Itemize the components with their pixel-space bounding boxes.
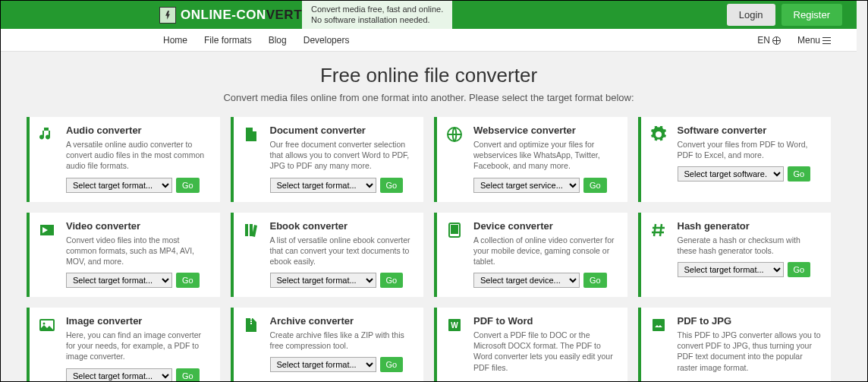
converter-card: Device converter A collection of online … (434, 213, 627, 298)
target-select[interactable]: Select target service... (473, 178, 580, 193)
card-title[interactable]: Hash generator (678, 220, 822, 232)
hash-icon (650, 220, 670, 289)
go-button[interactable]: Go (176, 273, 200, 288)
device-icon (446, 220, 466, 289)
card-description: Here, you can find an image converter fo… (66, 330, 211, 362)
converter-card: Audio converter A versatile online audio… (27, 117, 220, 202)
register-button[interactable]: Register (782, 4, 842, 26)
target-select[interactable]: Select target software... (678, 166, 784, 182)
login-button[interactable]: Login (727, 4, 775, 26)
navbar: Home File formats Blog Developers EN Men… (1, 29, 857, 52)
target-select[interactable]: Select target format... (678, 262, 784, 277)
converter-card: Webservice converter Convert and optimiz… (434, 117, 627, 202)
hamburger-icon (822, 37, 831, 44)
tagline: Convert media free, fast and online. No … (302, 1, 452, 29)
nav-file-formats[interactable]: File formats (204, 35, 252, 46)
card-description: This PDF to JPG converter allows you to … (678, 330, 822, 373)
card-title[interactable]: Image converter (66, 315, 211, 327)
doc-icon (243, 125, 263, 193)
converter-card: Image converter Here, you can find an im… (27, 308, 220, 381)
card-description: Convert video files into the most common… (66, 235, 211, 267)
converter-card: Ebook converter A list of versatile onli… (231, 213, 424, 298)
converter-card: PDF to Word Convert a PDF file to DOC or… (434, 308, 627, 381)
card-title[interactable]: Ebook converter (270, 220, 415, 232)
music-icon (39, 125, 58, 193)
target-select[interactable]: Select target format... (270, 273, 376, 288)
nav-blog[interactable]: Blog (269, 35, 287, 46)
nav-home[interactable]: Home (163, 35, 187, 46)
language-selector[interactable]: EN (757, 35, 781, 46)
hero: Free online file converter Convert media… (1, 52, 857, 117)
card-title[interactable]: PDF to JPG (678, 315, 822, 327)
globe-icon (772, 36, 781, 45)
topbar: ONLINE-CONVERT Convert media free, fast … (1, 1, 857, 29)
card-title[interactable]: PDF to Word (473, 315, 618, 327)
menu-button[interactable]: Menu (797, 35, 846, 46)
converter-grid: Audio converter A versatile online audio… (11, 117, 846, 381)
target-select[interactable]: Select target format... (270, 357, 376, 372)
card-title[interactable]: Software converter (678, 125, 822, 136)
go-button[interactable]: Go (583, 273, 607, 288)
card-description: A collection of online video converter f… (473, 235, 618, 267)
converter-card: PDF to JPG This PDF to JPG converter all… (638, 308, 832, 381)
card-title[interactable]: Webservice converter (473, 125, 618, 136)
card-title[interactable]: Document converter (270, 125, 415, 136)
image-icon (39, 315, 58, 381)
target-select[interactable]: Select target format... (66, 273, 172, 288)
go-button[interactable]: Go (583, 178, 607, 193)
nav-developers[interactable]: Developers (303, 35, 350, 46)
converter-card: Hash generator Generate a hash or checks… (638, 213, 832, 298)
card-description: A versatile online audio converter to co… (66, 139, 211, 172)
converter-card: Archive converter Create archive files l… (231, 308, 424, 381)
books-icon (243, 220, 263, 289)
logo[interactable]: ONLINE-CONVERT (8, 7, 302, 24)
card-description: Convert your files from PDF to Word, PDF… (678, 139, 822, 160)
card-description: Create archive files like a ZIP with thi… (270, 330, 415, 351)
zip-icon (243, 315, 263, 381)
jpg-icon (650, 315, 670, 381)
converter-card: Software converter Convert your files fr… (638, 117, 832, 202)
target-select[interactable]: Select target device... (473, 273, 580, 288)
web-icon (446, 125, 466, 193)
video-icon (39, 220, 58, 289)
target-select[interactable]: Select target format... (66, 178, 172, 193)
card-title[interactable]: Video converter (66, 220, 211, 232)
card-title[interactable]: Archive converter (270, 315, 415, 327)
target-select[interactable]: Select target format... (66, 368, 172, 381)
go-button[interactable]: Go (176, 368, 200, 381)
card-description: Generate a hash or checksum with these h… (678, 235, 822, 256)
converter-card: Document converter Our free document con… (231, 117, 424, 202)
card-description: Convert and optimize your files for webs… (473, 139, 618, 172)
go-button[interactable]: Go (788, 166, 811, 182)
card-title[interactable]: Device converter (473, 220, 618, 232)
go-button[interactable]: Go (380, 178, 404, 193)
page-title: Free online file converter (1, 64, 857, 87)
card-title[interactable]: Audio converter (66, 125, 211, 136)
card-description: A list of versatile online ebook convert… (270, 235, 415, 267)
gear-icon (650, 125, 670, 193)
converter-card: Video converter Convert video files into… (27, 213, 220, 298)
logo-icon (159, 7, 176, 24)
go-button[interactable]: Go (176, 178, 200, 193)
go-button[interactable]: Go (788, 262, 811, 277)
go-button[interactable]: Go (380, 273, 404, 288)
go-button[interactable]: Go (380, 357, 404, 372)
page-subtitle: Convert media files online from one form… (1, 92, 857, 103)
card-description: Our free document converter selection th… (270, 139, 415, 172)
card-description: Convert a PDF file to DOC or the Microso… (473, 330, 618, 373)
word-icon (446, 315, 466, 381)
target-select[interactable]: Select target format... (270, 178, 376, 193)
